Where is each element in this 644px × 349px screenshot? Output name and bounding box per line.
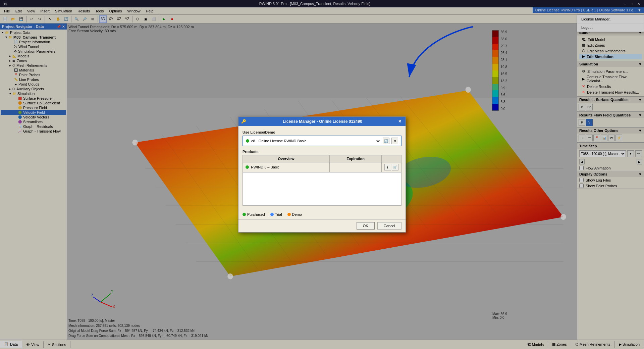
product-name-cell: RWIND 3 – Basic (243, 162, 330, 172)
cancel-button[interactable]: Cancel (377, 222, 401, 230)
product-name: RWIND 3 – Basic (251, 165, 279, 169)
products-table: Overview Expiration RWIND 3 – Basic (243, 155, 401, 172)
use-license-label: Use License/Demo (243, 130, 401, 134)
legend-trial: Trial (270, 212, 282, 216)
license-refresh-btn[interactable]: 🔄 (383, 138, 389, 144)
dialog-titlebar: 🔑 License Manager - Online License 01249… (238, 117, 406, 126)
actions-header (382, 155, 401, 162)
dialog-body: Use License/Demo c8 Online License RWIND… (238, 126, 406, 210)
license-manager-dialog: 🔑 License Manager - Online License 01249… (238, 116, 406, 233)
ok-button[interactable]: OK (357, 222, 375, 230)
dialog-icon: 🔑 (241, 119, 246, 124)
product-status-dot (246, 165, 249, 169)
demo-dot (287, 213, 291, 216)
expiration-header: Expiration (330, 155, 382, 162)
dialog-title: License Manager - Online License 012490 (283, 119, 362, 124)
trial-label: Trial (275, 212, 282, 216)
license-select[interactable]: Online License RWIND Basic (257, 139, 381, 143)
product-actions-cell: ℹ 🛒 (382, 162, 401, 172)
dialog-footer: OK Cancel (238, 219, 406, 232)
product-cart-btn[interactable]: 🛒 (392, 164, 398, 170)
product-expiration (330, 162, 382, 172)
purchased-label: Purchased (247, 212, 265, 216)
license-select-row: c8 Online License RWIND Basic 🔄 ⚙ (243, 136, 401, 146)
license-prefix: c8 (251, 139, 255, 143)
modal-overlay: 🔑 License Manager - Online License 01249… (0, 0, 644, 349)
product-info-btn[interactable]: ℹ (384, 164, 391, 170)
license-status-dot (246, 139, 249, 143)
products-label: Products (243, 150, 401, 154)
legend-demo: Demo (287, 212, 302, 216)
products-empty-area (243, 172, 401, 206)
legend-purchased: Purchased (243, 212, 265, 216)
purchased-dot (243, 213, 246, 216)
overview-header: Overview (243, 155, 330, 162)
license-settings-btn[interactable]: ⚙ (391, 138, 398, 144)
products-section: Products Overview Expiration (243, 150, 401, 206)
dialog-close-button[interactable]: ✕ (397, 118, 403, 124)
dialog-legend: Purchased Trial Demo (238, 210, 406, 219)
trial-dot (270, 213, 274, 216)
table-row[interactable]: RWIND 3 – Basic ℹ 🛒 (243, 162, 401, 172)
demo-label: Demo (292, 212, 302, 216)
